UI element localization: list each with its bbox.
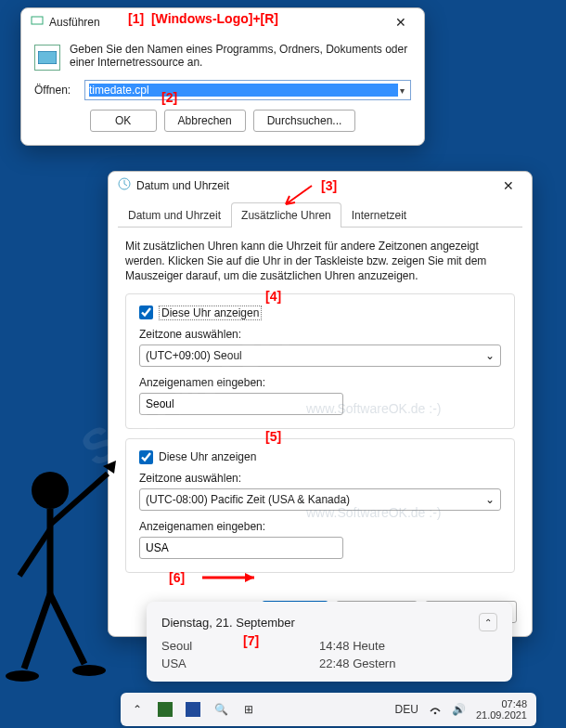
chevron-up-icon[interactable]: ⌃ — [479, 613, 497, 631]
open-label: Öffnen: — [34, 84, 75, 97]
taskbar-clock[interactable]: 07:48 21.09.2021 — [476, 698, 527, 721]
stick-figure — [6, 455, 126, 691]
ok-button[interactable]: OK — [90, 110, 157, 132]
svg-line-3 — [19, 529, 50, 576]
open-input[interactable] — [89, 84, 398, 97]
flyout-date: Dienstag, 21. September — [161, 616, 295, 630]
arrow-icon — [200, 568, 265, 587]
dt-titlebar[interactable]: Datum und Uhrzeit ✕ — [109, 172, 532, 199]
tab-datetime[interactable]: Datum und Uhrzeit — [118, 202, 231, 228]
browse-button[interactable]: Durchsuchen... — [253, 110, 356, 132]
close-icon[interactable]: ✕ — [495, 178, 522, 193]
clock1-tz-value: (UTC+09:00) Seoul — [146, 349, 242, 362]
datetime-dialog: Datum und Uhrzeit ✕ Datum und Uhrzeit Zu… — [108, 171, 533, 637]
clock2-show-checkbox[interactable] — [139, 450, 153, 464]
dt-title: Datum und Uhrzeit — [136, 179, 495, 192]
arrow-icon — [278, 184, 315, 212]
volume-icon[interactable]: 🔊 — [452, 702, 467, 717]
clock2-tz-label: Zeitzone auswählen: — [139, 472, 501, 485]
svg-point-7 — [72, 665, 106, 676]
svg-rect-9 — [38, 51, 57, 64]
flyout-row2-rel: Gestern — [353, 656, 395, 670]
run-app-icon — [34, 45, 60, 71]
taskbar-time: 07:48 — [476, 698, 527, 709]
svg-line-4 — [24, 594, 50, 669]
tray-icon[interactable] — [186, 702, 200, 717]
wifi-icon[interactable] — [428, 702, 443, 717]
clock1-tz-label: Zeitzone auswählen: — [139, 328, 501, 341]
chevron-up-icon[interactable]: ⌃ — [130, 702, 145, 717]
touchpad-icon[interactable]: ⊞ — [241, 702, 256, 717]
svg-point-6 — [6, 670, 39, 682]
flyout-row1-name: Seoul — [161, 639, 245, 653]
globe-clock-icon — [118, 177, 131, 193]
clock2-name-input[interactable] — [139, 537, 343, 559]
search-icon[interactable]: 🔍 — [213, 702, 228, 717]
run-icon-small — [31, 14, 44, 30]
flyout-row1-time: 14:48 — [319, 639, 350, 653]
chevron-down-icon[interactable]: ▾ — [398, 85, 406, 96]
tab-internet-time[interactable]: Internetzeit — [341, 202, 417, 228]
clock1-show-checkbox[interactable] — [139, 306, 153, 319]
clock2-tz-value: (UTC-08:00) Pacific Zeit (USA & Kanada) — [146, 493, 350, 506]
run-title: Ausführen — [49, 16, 387, 29]
tabs: Datum und Uhrzeit Zusätzliche Uhren Inte… — [118, 202, 522, 228]
flyout-row2-time: 22:48 — [319, 656, 350, 670]
dt-intro: Mit zusätzlichen Uhren kann die Uhrzeit … — [125, 239, 515, 284]
flyout-row2-name: USA — [161, 656, 245, 670]
open-combo[interactable]: ▾ — [84, 80, 411, 100]
clock1-group: Diese Uhr anzeigen Zeitzone auswählen: (… — [125, 293, 515, 429]
clock2-show-label: Diese Uhr anzeigen — [159, 450, 256, 463]
clock1-name-input[interactable] — [139, 393, 343, 415]
run-titlebar[interactable]: Ausführen ✕ — [21, 8, 424, 35]
lang-indicator[interactable]: DEU — [395, 703, 418, 716]
run-dialog: Ausführen ✕ Geben Sie den Namen eines Pr… — [20, 7, 425, 146]
clock2-name-label: Anzeigenamen eingeben: — [139, 520, 501, 533]
clock2-tz-select[interactable]: (UTC-08:00) Pacific Zeit (USA & Kanada) … — [139, 488, 501, 511]
svg-line-12 — [124, 184, 127, 186]
tray-icon[interactable] — [158, 702, 173, 717]
chevron-down-icon: ⌄ — [485, 349, 495, 362]
clock-flyout: Dienstag, 21. September ⌃ Seoul 14:48 He… — [147, 602, 512, 682]
clock1-name-label: Anzeigenamen eingeben: — [139, 376, 501, 389]
svg-point-0 — [32, 472, 69, 509]
svg-point-13 — [434, 712, 437, 715]
clock1-tz-select[interactable]: (UTC+09:00) Seoul ⌄ — [139, 344, 501, 367]
svg-rect-8 — [32, 17, 43, 24]
run-desc: Geben Sie den Namen eines Programms, Ord… — [70, 43, 411, 69]
taskbar: ⌃ 🔍 ⊞ DEU 🔊 07:48 21.09.2021 — [121, 693, 536, 726]
close-icon[interactable]: ✕ — [387, 15, 415, 30]
taskbar-date: 21.09.2021 — [476, 709, 527, 721]
flyout-row1-rel: Heute — [353, 639, 385, 653]
clock1-show-label: Diese Uhr anzeigen — [159, 306, 262, 320]
cancel-button[interactable]: Abbrechen — [164, 110, 246, 132]
svg-line-5 — [50, 594, 84, 664]
chevron-down-icon: ⌄ — [485, 493, 495, 506]
clock2-group: Diese Uhr anzeigen Zeitzone auswählen: (… — [125, 438, 515, 573]
